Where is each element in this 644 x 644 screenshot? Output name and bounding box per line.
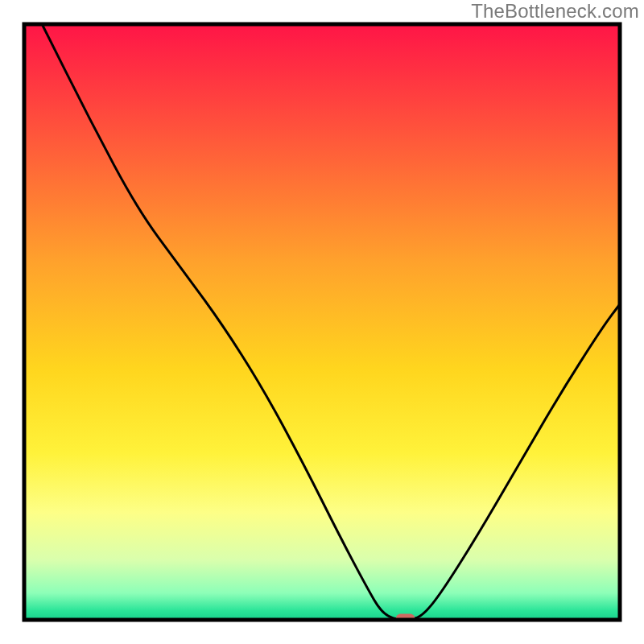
gradient-background xyxy=(24,24,620,620)
watermark-text: TheBottleneck.com xyxy=(471,0,639,23)
bottleneck-chart xyxy=(0,0,644,644)
chart-container: TheBottleneck.com xyxy=(0,0,644,644)
